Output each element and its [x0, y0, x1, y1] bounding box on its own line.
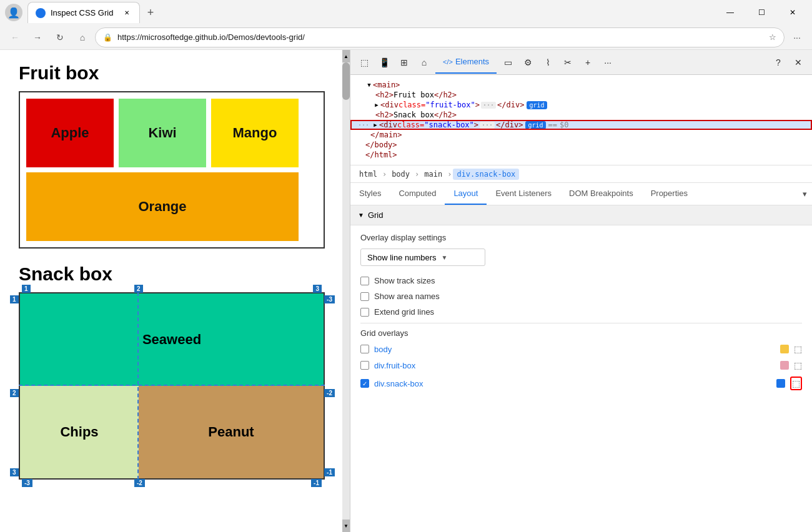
overlay-fruit-box-checkbox[interactable] [360, 361, 369, 370]
tab-dom-breakpoints[interactable]: DOM Breakpoints [560, 183, 642, 205]
dt-console-button[interactable]: ▭ [499, 54, 517, 71]
fruit-mango: Mango [211, 99, 299, 167]
expand-main[interactable]: ▼ [365, 82, 373, 88]
profile-icon: 👤 [7, 7, 20, 19]
bookmark-icon[interactable]: ☆ [769, 32, 776, 42]
dom-line-close-html[interactable]: </html> [350, 150, 812, 160]
overlay-body-checkbox[interactable] [360, 345, 369, 353]
dom-line-h2-snack[interactable]: <h2>Snack box</h2> [350, 110, 812, 120]
new-tab-button[interactable]: + [140, 2, 161, 23]
devtools-panel: ⬚ 📱 ⊞ ⌂ </> Elements ▭ ⚙ ⌇ ✂ + ··· ? ✕ [350, 50, 812, 532]
expand-snack-box[interactable]: ▶ [372, 122, 379, 128]
overlay-fruit-box-cursor[interactable]: ⬚ [794, 360, 802, 370]
snack-box-dots[interactable]: ··· [480, 122, 495, 129]
line-numbers-dropdown[interactable]: Show line numbers ▼ [360, 249, 485, 266]
grid-overlays-label: Grid overlays [360, 328, 802, 338]
dt-home-button[interactable]: ⌂ [415, 54, 433, 71]
minimize-button[interactable]: — [716, 2, 745, 22]
dom-line-close-body[interactable]: </body> [350, 140, 812, 150]
extend-grid-lines-checkbox[interactable] [360, 308, 369, 317]
tab-favicon [36, 8, 46, 18]
dt-split-button[interactable]: ⊞ [395, 54, 413, 71]
toolbar-actions: ··· [787, 27, 807, 47]
panel-tab-more[interactable]: ▾ [798, 183, 812, 205]
layout-panel: ▼ Grid Overlay display settings Show lin… [350, 205, 812, 532]
snack-box-grid-badge[interactable]: grid [525, 121, 545, 129]
overlay-snack-box-checkbox[interactable]: ✓ [360, 379, 369, 388]
expand-fruit-box[interactable]: ▶ [373, 102, 380, 108]
tab-layout[interactable]: Layout [445, 183, 487, 205]
fruit-box-title: Fruit box [19, 62, 324, 84]
browser-window: 👤 Inspect CSS Grid ✕ + — ☐ ✕ ← → ↻ ⌂ 🔒 h… [0, 0, 812, 532]
fruit-box-dots[interactable]: ··· [481, 102, 496, 109]
tab-styles[interactable]: Styles [350, 183, 390, 205]
dom-line-main[interactable]: ▼ <main> [350, 80, 812, 90]
fruit-apple: Apple [26, 99, 114, 167]
grid-num-left-2: 2 [10, 389, 19, 397]
dt-sources-button[interactable]: ⚙ [519, 54, 537, 71]
dt-inspect-button[interactable]: ⬚ [355, 54, 373, 71]
grid-section-header[interactable]: ▼ Grid [350, 205, 812, 225]
show-track-sizes-checkbox[interactable] [360, 277, 369, 285]
tab-event-listeners[interactable]: Event Listeners [487, 183, 560, 205]
fruit-box-grid-badge[interactable]: grid [527, 101, 547, 109]
dt-help-button[interactable]: ? [770, 54, 787, 71]
breadcrumb-main[interactable]: main [420, 169, 446, 180]
dt-more-button[interactable]: ··· [599, 54, 616, 71]
refresh-button[interactable]: ↻ [50, 27, 70, 47]
breadcrumb-html[interactable]: html [355, 169, 381, 180]
overlay-snack-box-cursor[interactable]: ⬚ [790, 377, 802, 390]
back-button[interactable]: ← [5, 27, 25, 47]
dom-line-fruit-box[interactable]: ▶ <div class="fruit-box"> ··· </div> gri… [350, 100, 812, 110]
overlay-body-row: body ⬚ [360, 344, 802, 354]
grid-num-top-left: 1 [22, 285, 31, 293]
url-display: https://microsoftedge.github.io/Demos/de… [117, 32, 764, 42]
breadcrumb-body[interactable]: body [388, 169, 413, 180]
close-button[interactable]: ✕ [778, 2, 807, 22]
overlay-body-cursor[interactable]: ⬚ [794, 344, 802, 354]
show-track-sizes-label: Show track sizes [374, 276, 435, 285]
breadcrumb-snack-box[interactable]: div.snack-box [453, 169, 519, 180]
fruit-box: Apple Kiwi Mango Orange [19, 91, 325, 249]
dt-network-button[interactable]: ⌇ [539, 54, 557, 71]
address-bar[interactable]: 🔒 https://microsoftedge.github.io/Demos/… [95, 27, 785, 47]
overlay-body-name: body [374, 345, 775, 354]
more-button[interactable]: ··· [787, 27, 807, 47]
active-tab[interactable]: Inspect CSS Grid ✕ [27, 2, 140, 23]
snack-box-title: Snack box [19, 264, 324, 285]
snack-seaweed: Seaweed [20, 293, 324, 386]
grid-num-top-mid: 2 [134, 285, 143, 293]
dt-performance-button[interactable]: ✂ [559, 54, 577, 71]
dt-close-button[interactable]: ✕ [790, 54, 807, 71]
dt-tab-elements[interactable]: </> Elements [435, 51, 497, 74]
dom-line-h2-fruit[interactable]: <h2>Fruit box</h2> [350, 90, 812, 100]
dt-device-button[interactable]: 📱 [375, 54, 393, 71]
dom-line-close-main[interactable]: </main> [350, 130, 812, 140]
profile-button[interactable]: 👤 [5, 4, 22, 21]
grid-num-bot-mid: -2 [134, 479, 145, 487]
show-area-names-checkbox[interactable] [360, 292, 369, 301]
dt-plus-button[interactable]: + [579, 54, 597, 71]
grid-num-right-neg1: -1 [324, 468, 335, 476]
extend-grid-lines-label: Extend grid lines [374, 307, 434, 317]
lock-icon: 🔒 [103, 33, 112, 42]
breadcrumb-bar: html › body › main › div.snack-box [350, 165, 812, 183]
dom-line-snack-box[interactable]: ··· ▶ <div class="snack-box"> ··· </div>… [350, 120, 812, 130]
maximize-button[interactable]: ☐ [747, 2, 776, 22]
home-button[interactable]: ⌂ [72, 27, 92, 47]
snack-box-wrapper: 1 2 3 1 2 3 -3 -2 -1 -3 -2 -1 Seaweed [19, 292, 325, 480]
title-bar: 👤 Inspect CSS Grid ✕ + — ☐ ✕ [0, 0, 812, 25]
overlay-fruit-box-row: div.fruit-box ⬚ [360, 360, 802, 370]
forward-button[interactable]: → [27, 27, 47, 47]
tab-computed[interactable]: Computed [390, 183, 445, 205]
overlay-fruit-box-name: div.fruit-box [374, 361, 775, 370]
close-tab-button[interactable]: ✕ [122, 8, 132, 18]
overlay-settings-label: Overlay display settings [360, 233, 802, 242]
tab-properties[interactable]: Properties [642, 183, 696, 205]
grid-num-right-neg2: -2 [324, 389, 335, 397]
snack-peanut: Peanut [139, 386, 324, 478]
grid-section-content: Overlay display settings Show line numbe… [350, 225, 812, 404]
panel-tabs: Styles Computed Layout Event Listeners D… [350, 183, 812, 205]
page-scrollbar[interactable]: ▲ ▼ [342, 50, 350, 532]
overlay-body-color [780, 345, 789, 353]
